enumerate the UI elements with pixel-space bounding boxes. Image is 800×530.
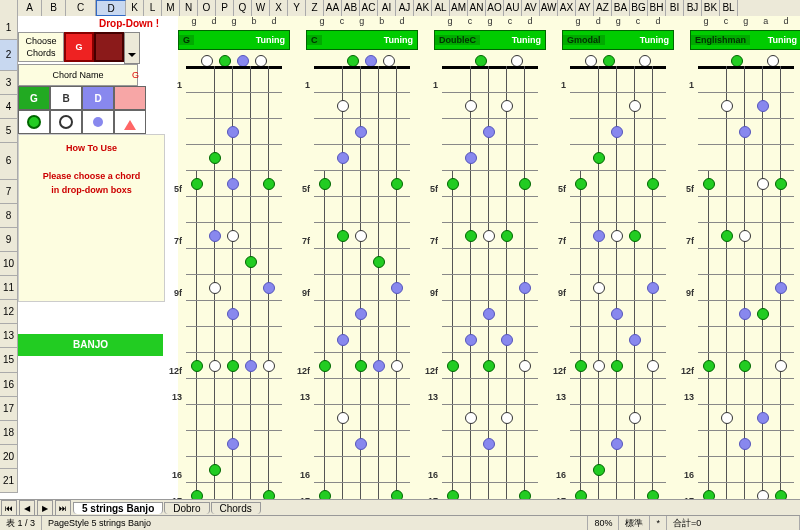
row-header-20[interactable]: 20 [0, 445, 18, 469]
col-header-C[interactable]: C [66, 0, 96, 16]
col-header-AX[interactable]: AX [558, 0, 576, 16]
col-header-AB[interactable]: AB [342, 0, 360, 16]
col-header-AU[interactable]: AU [504, 0, 522, 16]
fret-dot [373, 360, 385, 372]
col-header-O[interactable]: O [198, 0, 216, 16]
col-header-AA[interactable]: AA [324, 0, 342, 16]
fret-dot [355, 438, 367, 450]
status-mode: 標準 [619, 516, 650, 530]
fret-dot [757, 100, 769, 112]
col-header-AO[interactable]: AO [486, 0, 504, 16]
tab-nav-last[interactable]: ⏭ [55, 500, 71, 516]
dropdown-title: Drop-Down ! [18, 16, 163, 32]
row-header-8[interactable]: 8 [0, 204, 18, 228]
row-header-12[interactable]: 12 [0, 300, 18, 324]
fret-dot [337, 412, 349, 424]
tuning-header: DoubleCTuning [434, 30, 546, 50]
spreadsheet-window: ABCDKLMNOPQWXYZAAABACAIAJAKALAMANAOAUAVA… [0, 0, 800, 530]
fret-dot [721, 230, 733, 242]
col-header-AY[interactable]: AY [576, 0, 594, 16]
col-header-AW[interactable]: AW [540, 0, 558, 16]
sheet-tab-chords[interactable]: Chords [211, 502, 261, 514]
chord-dropdown-button[interactable] [124, 32, 140, 64]
col-header-P[interactable]: P [216, 0, 234, 16]
col-header-Q[interactable]: Q [234, 0, 252, 16]
row-header-3[interactable]: 3 [0, 71, 18, 95]
col-header-AJ[interactable]: AJ [396, 0, 414, 16]
fret-dot [629, 230, 641, 242]
col-header-AL[interactable]: AL [432, 0, 450, 16]
sheet-tab-5-strings-banjo[interactable]: 5 strings Banjo [73, 502, 163, 514]
chord-dropdown-value[interactable]: G [64, 32, 94, 62]
col-header-D[interactable]: D [96, 0, 126, 16]
col-header-BA[interactable]: BA [612, 0, 630, 16]
legend-shapes [18, 110, 163, 134]
row-header-7[interactable]: 7 [0, 180, 18, 204]
col-header-AI[interactable]: AI [378, 0, 396, 16]
chord-dropdown-empty[interactable] [94, 32, 124, 62]
col-header-BG[interactable]: BG [630, 0, 648, 16]
fret-dot [337, 152, 349, 164]
col-header-M[interactable]: M [162, 0, 180, 16]
tab-nav-prev[interactable]: ◀ [19, 500, 35, 516]
fret-dot [519, 360, 531, 372]
fret-dot [209, 152, 221, 164]
row-header-1[interactable]: 1 [0, 16, 18, 40]
row-header-17[interactable]: 17 [0, 397, 18, 421]
col-header-B[interactable]: B [42, 0, 66, 16]
col-header-AN[interactable]: AN [468, 0, 486, 16]
legend-white-circle [50, 110, 82, 134]
fret-dot [209, 464, 221, 476]
col-header-Y[interactable]: Y [288, 0, 306, 16]
col-header-BL[interactable]: BL [720, 0, 738, 16]
row-header-10[interactable]: 10 [0, 252, 18, 276]
row-header-15[interactable]: 15 [0, 348, 18, 373]
row-header-21[interactable]: 21 [0, 469, 18, 493]
fret-dot [501, 230, 513, 242]
row-header-6[interactable]: 6 [0, 143, 18, 180]
col-header-N[interactable]: N [180, 0, 198, 16]
col-header-BK[interactable]: BK [702, 0, 720, 16]
sheet-tab-dobro[interactable]: Dobro [164, 502, 209, 514]
tab-nav-next[interactable]: ▶ [37, 500, 53, 516]
status-sheet-count: 表 1 / 3 [0, 516, 42, 530]
col-header-A[interactable]: A [18, 0, 42, 16]
fret-dot [227, 230, 239, 242]
row-header-13[interactable]: 13 [0, 324, 18, 348]
row-header-5[interactable]: 5 [0, 119, 18, 143]
col-header-W[interactable]: W [252, 0, 270, 16]
fret-dot [227, 360, 239, 372]
fretboards-area: gdgbdGTuning15f7f9f12f131617gcgbdCTuning… [178, 16, 800, 500]
column-headers[interactable]: ABCDKLMNOPQWXYZAAABACAIAJAKALAMANAOAUAVA… [0, 0, 800, 17]
fret-dot [519, 282, 531, 294]
status-bar: 表 1 / 3 PageStyle 5 strings Banjo 80% 標準… [0, 515, 800, 530]
row-headers[interactable]: 12345678910111213151617182021 [0, 16, 18, 493]
col-header-Z[interactable]: Z [306, 0, 324, 16]
status-zoom[interactable]: 80% [588, 516, 619, 530]
col-header-BJ[interactable]: BJ [684, 0, 702, 16]
row-header-11[interactable]: 11 [0, 276, 18, 300]
col-header-L[interactable]: L [144, 0, 162, 16]
row-header-16[interactable]: 16 [0, 373, 18, 397]
col-header-corner[interactable] [0, 0, 18, 16]
col-header-X[interactable]: X [270, 0, 288, 16]
col-header-AZ[interactable]: AZ [594, 0, 612, 16]
tab-nav-first[interactable]: ⏮ [1, 500, 17, 516]
col-header-BI[interactable]: BI [666, 0, 684, 16]
col-header-K[interactable]: K [126, 0, 144, 16]
col-header-AC[interactable]: AC [360, 0, 378, 16]
col-header-AM[interactable]: AM [450, 0, 468, 16]
row-header-18[interactable]: 18 [0, 421, 18, 445]
fret-dot [263, 282, 275, 294]
status-pagestyle: PageStyle 5 strings Banjo [42, 516, 588, 530]
howto-box: How To Use Please choose a chord in drop… [18, 134, 165, 302]
col-header-BH[interactable]: BH [648, 0, 666, 16]
fret-dot [227, 178, 239, 190]
col-header-AV[interactable]: AV [522, 0, 540, 16]
row-header-9[interactable]: 9 [0, 228, 18, 252]
fret-dot [355, 360, 367, 372]
row-header-2[interactable]: 2 [0, 40, 18, 71]
col-header-AK[interactable]: AK [414, 0, 432, 16]
chord-name-value: G [132, 64, 139, 86]
row-header-4[interactable]: 4 [0, 95, 18, 119]
